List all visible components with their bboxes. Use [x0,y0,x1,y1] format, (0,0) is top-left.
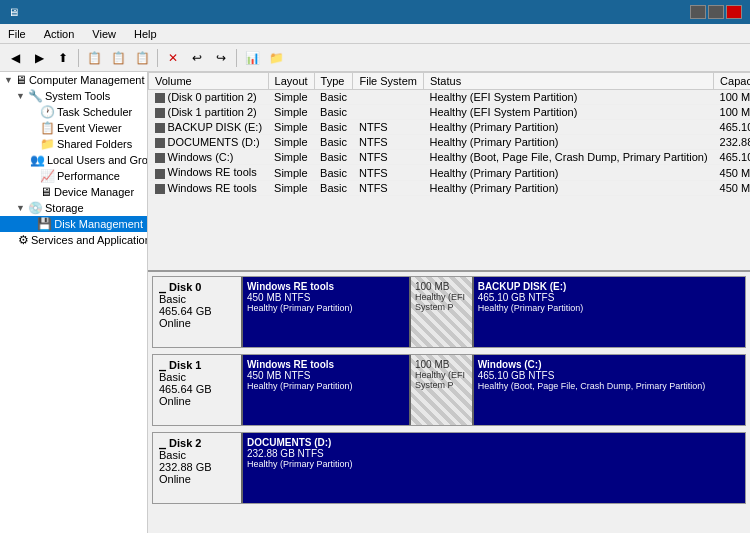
sidebar: ▼🖥Computer Management (Loca▼🔧System Tool… [0,72,148,533]
close-button[interactable] [726,5,742,19]
volume-table-container[interactable]: VolumeLayoutTypeFile SystemStatusCapacit… [148,72,750,272]
volume-icon [155,138,165,148]
sidebar-item-1[interactable]: ▼🔧System Tools [0,88,147,104]
table-cell: NTFS [353,135,423,150]
toolbar-forward[interactable]: ▶ [28,47,50,69]
table-cell: Windows RE tools [149,180,269,195]
table-row[interactable]: DOCUMENTS (D:)SimpleBasicNTFSHealthy (Pr… [149,135,751,150]
col-header-status[interactable]: Status [423,73,713,90]
sidebar-item-3[interactable]: 📋Event Viewer [0,120,147,136]
table-row[interactable]: (Disk 1 partition 2)SimpleBasicHealthy (… [149,105,751,120]
sidebar-item-2[interactable]: 🕐Task Scheduler [0,104,147,120]
menu-item-help[interactable]: Help [130,28,161,40]
partition-disk1-1[interactable]: 100 MBHealthy (EFI System P [411,355,474,425]
toolbar-properties[interactable]: 📋 [131,47,153,69]
table-cell: Simple [268,105,314,120]
table-cell: Healthy (Boot, Page File, Crash Dump, Pr… [423,150,713,165]
partition-name: BACKUP DISK (E:) [478,281,741,292]
sidebar-item-0[interactable]: ▼🖥Computer Management (Loca [0,72,147,88]
toolbar-chart[interactable]: 📊 [241,47,263,69]
table-cell: Basic [314,165,353,180]
sidebar-item-8[interactable]: ▼💿Storage [0,200,147,216]
sidebar-icon: 📋 [40,121,55,135]
disk-partitions-disk0: Windows RE tools450 MB NTFSHealthy (Prim… [243,277,745,347]
table-cell: Simple [268,150,314,165]
table-cell: Basic [314,105,353,120]
separator1 [78,49,79,67]
disk-size: 232.88 GB [159,461,235,473]
col-header-capacity[interactable]: Capacity [714,73,750,90]
table-row[interactable]: Windows RE toolsSimpleBasicNTFSHealthy (… [149,180,751,195]
sidebar-icon: 👥 [30,153,45,167]
partition-detail: 100 MB [415,281,468,292]
separator2 [157,49,158,67]
toolbar: ◀ ▶ ⬆ 📋 📋 📋 ✕ ↩ ↪ 📊 📁 [0,44,750,72]
disk-label-disk2: ⎯ Disk 2 Basic 232.88 GB Online [153,433,243,503]
table-cell: Healthy (EFI System Partition) [423,105,713,120]
volume-icon [155,123,165,133]
col-header-volume[interactable]: Volume [149,73,269,90]
maximize-button[interactable] [708,5,724,19]
table-row[interactable]: Windows RE toolsSimpleBasicNTFSHealthy (… [149,165,751,180]
partition-disk0-2[interactable]: BACKUP DISK (E:)465.10 GB NTFSHealthy (P… [474,277,745,347]
sidebar-item-9[interactable]: 💾Disk Management [0,216,147,232]
sidebar-label: Shared Folders [57,138,132,150]
partition-detail: 100 MB [415,359,468,370]
toolbar-up[interactable]: ⬆ [52,47,74,69]
expand-icon[interactable]: ▼ [4,75,13,85]
partition-detail: 232.88 GB NTFS [247,448,741,459]
toolbar-refresh1[interactable]: ↩ [186,47,208,69]
disk-status: Online [159,317,235,329]
partition-detail: 450 MB NTFS [247,370,405,381]
col-header-layout[interactable]: Layout [268,73,314,90]
title-bar: 🖥 [0,0,750,24]
partition-status: Healthy (EFI System P [415,292,468,312]
partition-status: Healthy (Primary Partition) [478,303,741,313]
partition-detail: 465.10 GB NTFS [478,292,741,303]
partition-disk2-0[interactable]: DOCUMENTS (D:)232.88 GB NTFSHealthy (Pri… [243,433,745,503]
expand-icon[interactable]: ▼ [16,203,26,213]
table-cell: Windows (C:) [149,150,269,165]
partition-status: Healthy (Boot, Page File, Crash Dump, Pr… [478,381,741,391]
sidebar-icon: 💾 [37,217,52,231]
toolbar-folder[interactable]: 📁 [265,47,287,69]
menu-item-action[interactable]: Action [40,28,79,40]
partition-disk0-0[interactable]: Windows RE tools450 MB NTFSHealthy (Prim… [243,277,411,347]
partition-disk1-2[interactable]: Windows (C:)465.10 GB NTFSHealthy (Boot,… [474,355,745,425]
table-cell: 100 MB [714,90,750,105]
sidebar-item-4[interactable]: 📁Shared Folders [0,136,147,152]
content-area: VolumeLayoutTypeFile SystemStatusCapacit… [148,72,750,533]
menu-item-view[interactable]: View [88,28,120,40]
toolbar-action[interactable]: 📋 [107,47,129,69]
sidebar-label: Storage [45,202,84,214]
sidebar-item-10[interactable]: ⚙Services and Applications [0,232,147,248]
volume-icon [155,153,165,163]
disk-name: ⎯ Disk 0 [159,281,235,293]
table-cell: Basic [314,135,353,150]
sidebar-item-7[interactable]: 🖥Device Manager [0,184,147,200]
table-row[interactable]: BACKUP DISK (E:)SimpleBasicNTFSHealthy (… [149,120,751,135]
partition-name: Windows RE tools [247,281,405,292]
toolbar-back[interactable]: ◀ [4,47,26,69]
table-cell: (Disk 0 partition 2) [149,90,269,105]
sidebar-item-5[interactable]: 👥Local Users and Groups [0,152,147,168]
table-cell [353,90,423,105]
col-header-type[interactable]: Type [314,73,353,90]
toolbar-refresh2[interactable]: ↪ [210,47,232,69]
menu-item-file[interactable]: File [4,28,30,40]
table-row[interactable]: Windows (C:)SimpleBasicNTFSHealthy (Boot… [149,150,751,165]
sidebar-item-6[interactable]: 📈Performance [0,168,147,184]
expand-icon[interactable]: ▼ [16,91,26,101]
partition-disk1-0[interactable]: Windows RE tools450 MB NTFSHealthy (Prim… [243,355,411,425]
table-cell: 465.10 GB [714,120,750,135]
minimize-button[interactable] [690,5,706,19]
toolbar-show-hide[interactable]: 📋 [83,47,105,69]
table-cell: Healthy (Primary Partition) [423,165,713,180]
table-cell: 100 MB [714,105,750,120]
table-row[interactable]: (Disk 0 partition 2)SimpleBasicHealthy (… [149,90,751,105]
disk-status: Online [159,473,235,485]
toolbar-stop[interactable]: ✕ [162,47,184,69]
partition-disk0-1[interactable]: 100 MBHealthy (EFI System P [411,277,474,347]
col-header-file-system[interactable]: File System [353,73,423,90]
sidebar-icon: 📁 [40,137,55,151]
